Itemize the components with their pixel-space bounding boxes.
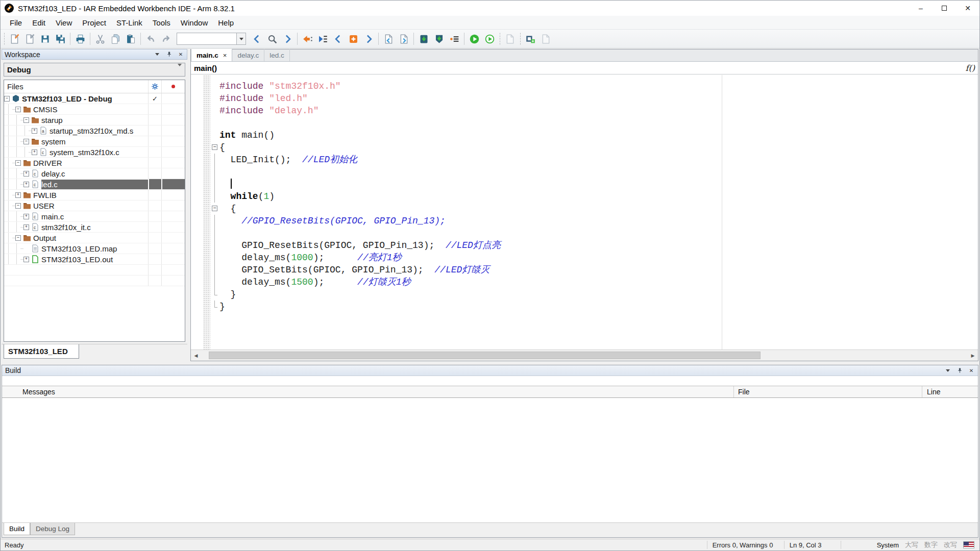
fold-collapse-icon[interactable]: − [210,203,219,215]
scrollbar-track[interactable] [201,350,968,361]
save-all-icon[interactable] [53,31,68,46]
editor-tab-delay-c[interactable]: delay.c [232,49,264,61]
menu-window[interactable]: Window [176,16,213,29]
tree-item-driver[interactable]: −DRIVER [4,158,185,168]
menu-view[interactable]: View [51,16,77,29]
fold-collapse-icon[interactable]: − [210,141,219,154]
code-line-18[interactable]: } [219,288,978,300]
build-tab-build[interactable]: Build [4,523,30,535]
scroll-left-icon[interactable]: ◀ [191,350,201,361]
workspace-project-tab[interactable]: STM32f103_LED [4,344,79,359]
toolbar-drag-handle[interactable] [498,33,501,45]
toolbar-drag-handle[interactable] [519,33,522,45]
code-area[interactable]: #include "stm32f10x.h"#include "led.h"#i… [191,75,978,349]
build-pin-icon[interactable] [956,367,963,374]
find-icon[interactable] [264,31,280,46]
code-line-5[interactable]: int main() [219,129,978,141]
quick-search-input[interactable] [177,33,237,45]
menu-st-link[interactable]: ST-Link [111,16,148,29]
compile-icon[interactable] [416,31,431,46]
build-tab-debug-log[interactable]: Debug Log [30,523,75,535]
tree-item-stm32f10x-it-c[interactable]: +cstm32f10x_it.c [4,222,185,233]
code-line-19[interactable]: } [219,300,978,313]
copy-icon[interactable] [108,31,123,46]
menu-file[interactable]: File [5,16,27,29]
collapse-icon[interactable]: − [15,107,21,112]
paste-icon[interactable] [123,31,138,46]
collapse-icon[interactable]: − [15,160,21,166]
previous-position-icon[interactable] [381,31,396,46]
build-menu-icon[interactable] [944,367,951,374]
expand-icon[interactable]: + [23,214,29,219]
expand-icon[interactable]: + [23,171,29,177]
download-and-debug-icon[interactable] [467,31,482,46]
horizontal-scrollbar[interactable]: ◀ ▶ [191,349,978,361]
expand-icon[interactable]: + [23,182,29,187]
code-line-17[interactable]: delay_ms(1500); //灯燄灭1秒 [219,276,978,288]
spare-document-icon[interactable] [538,31,553,46]
settings-gear-icon[interactable] [148,80,161,93]
expand-icon[interactable]: + [23,224,29,230]
open-file-icon[interactable] [22,31,37,46]
batch-build-icon[interactable] [447,31,462,46]
code-line-10[interactable]: while(1) [219,190,978,203]
tab-close-icon[interactable]: × [223,52,227,59]
code-line-6[interactable]: −{ [219,141,978,154]
tree-item-stm32f103-led-out[interactable]: +STM32f103_LED.out [4,254,185,265]
menu-edit[interactable]: Edit [27,16,51,29]
scrollbar-thumb[interactable] [209,352,761,359]
code-line-9[interactable] [219,178,978,190]
make-icon[interactable] [431,31,447,46]
tree-item-system[interactable]: −system [4,136,185,147]
configuration-dropdown[interactable]: Debug [4,63,185,77]
stop-build-icon[interactable] [502,31,518,46]
collapse-icon[interactable]: − [15,235,21,241]
toggle-bookmark-icon[interactable] [346,31,361,46]
next-position-icon[interactable] [396,31,411,46]
collapse-icon[interactable]: − [23,117,29,123]
expand-icon[interactable]: + [23,257,29,262]
workspace-close-icon[interactable]: ✕ [177,51,184,58]
tree-item-output[interactable]: −Output [4,233,185,243]
quick-search-dropdown-icon[interactable] [237,33,246,45]
menu-project[interactable]: Project [77,16,111,29]
tree-item-starup[interactable]: −starup [4,115,185,126]
go-to-icon[interactable] [315,31,330,46]
workspace-pin-icon[interactable] [165,51,173,58]
save-icon[interactable] [37,31,53,46]
code-line-14[interactable]: GPIO_ResetBits(GPIOC, GPIO_Pin_13); //LE… [219,239,978,252]
tree-item-main-c[interactable]: +cmain.c [4,211,185,222]
tree-item-user[interactable]: −USER [4,201,185,211]
collapse-icon[interactable]: − [4,96,10,102]
code-line-4[interactable] [219,117,978,129]
workspace-menu-icon[interactable] [154,51,161,58]
menu-tools[interactable]: Tools [148,16,176,29]
undo-icon[interactable] [143,31,158,46]
keyboard-layout-flag-icon[interactable] [963,541,974,548]
code-line-1[interactable]: #include "stm32f10x.h" [219,80,978,92]
editor-tab-led-c[interactable]: led.c [264,49,290,61]
code-line-13[interactable] [219,227,978,239]
build-messages-body[interactable] [2,398,978,522]
scroll-right-icon[interactable]: ▶ [968,350,978,361]
expand-icon[interactable]: + [32,128,37,134]
next-bookmark-icon[interactable] [361,31,376,46]
minimize-button[interactable]: – [909,1,933,16]
tree-item-led-c[interactable]: +cled.c [4,179,185,190]
code-line-15[interactable]: delay_ms(1000); //亮灯1秒 [219,252,978,264]
replace-icon[interactable] [300,31,315,46]
code-line-11[interactable]: − { [219,203,978,215]
build-close-icon[interactable]: ✕ [968,367,975,374]
breakpoint-margin[interactable] [203,75,210,349]
cut-icon[interactable] [92,31,108,46]
collapse-icon[interactable]: − [23,139,29,144]
code-line-7[interactable]: LED_Init(); //LED初始化 [219,154,978,166]
tree-item-delay-c[interactable]: +cdelay.c [4,168,185,179]
fold-minus-icon[interactable]: − [212,206,217,211]
expand-icon[interactable]: + [32,149,37,155]
tree-item-system-stm32f10x-c[interactable]: +csystem_stm32f10x.c [4,147,185,158]
new-document-icon[interactable] [7,31,22,46]
find-previous-icon[interactable] [249,31,264,46]
tree-item-fwlib[interactable]: +FWLIB [4,190,185,201]
code-line-16[interactable]: GPIO_SetBits(GPIOC, GPIO_Pin_13); //LED灯… [219,264,978,276]
